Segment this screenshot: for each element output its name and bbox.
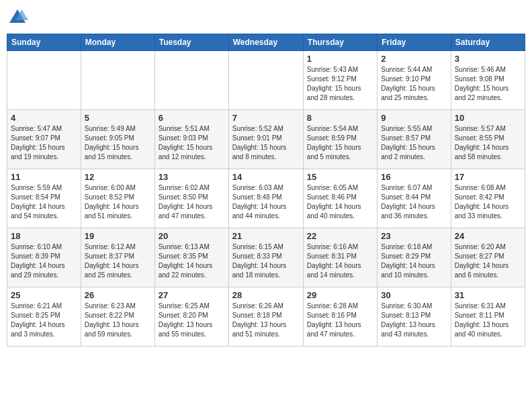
- calendar-cell: 22Sunrise: 6:16 AMSunset: 8:31 PMDayligh…: [303, 228, 377, 287]
- calendar-cell: 18Sunrise: 6:10 AMSunset: 8:39 PMDayligh…: [7, 228, 81, 287]
- day-number: 23: [381, 231, 447, 241]
- day-info: Sunrise: 6:00 AMSunset: 8:52 PMDaylight:…: [85, 183, 151, 221]
- page-header: [7, 7, 525, 28]
- calendar-cell: 28Sunrise: 6:26 AMSunset: 8:18 PMDayligh…: [228, 287, 303, 347]
- day-info: Sunrise: 6:08 AMSunset: 8:42 PMDaylight:…: [455, 183, 521, 221]
- day-info: Sunrise: 6:07 AMSunset: 8:44 PMDaylight:…: [381, 183, 447, 221]
- day-number: 22: [307, 231, 373, 241]
- calendar-cell: 9Sunrise: 5:55 AMSunset: 8:57 PMDaylight…: [378, 110, 451, 169]
- day-number: 26: [85, 290, 151, 300]
- calendar-cell: 25Sunrise: 6:21 AMSunset: 8:25 PMDayligh…: [7, 287, 81, 347]
- calendar-cell: 2Sunrise: 5:44 AMSunset: 9:10 PMDaylight…: [378, 51, 451, 110]
- calendar-table: SundayMondayTuesdayWednesdayThursdayFrid…: [7, 34, 525, 347]
- day-header-monday: Monday: [81, 34, 154, 51]
- calendar-cell: 8Sunrise: 5:54 AMSunset: 8:59 PMDaylight…: [303, 110, 377, 169]
- calendar-cell: 6Sunrise: 5:51 AMSunset: 9:03 PMDaylight…: [154, 110, 228, 169]
- day-number: 29: [307, 290, 373, 300]
- day-number: 9: [381, 113, 447, 123]
- day-info: Sunrise: 6:30 AMSunset: 8:13 PMDaylight:…: [381, 302, 447, 339]
- calendar-cell: 5Sunrise: 5:49 AMSunset: 9:05 PMDaylight…: [81, 110, 154, 169]
- calendar-cell: 21Sunrise: 6:15 AMSunset: 8:33 PMDayligh…: [228, 228, 303, 287]
- calendar-cell: [81, 51, 154, 110]
- day-number: 24: [455, 231, 521, 241]
- calendar-cell: 27Sunrise: 6:25 AMSunset: 8:20 PMDayligh…: [154, 287, 228, 347]
- day-info: Sunrise: 5:43 AMSunset: 9:12 PMDaylight:…: [307, 65, 373, 103]
- calendar-cell: [154, 51, 228, 110]
- day-number: 3: [455, 54, 521, 64]
- day-number: 5: [85, 113, 151, 123]
- day-info: Sunrise: 5:55 AMSunset: 8:57 PMDaylight:…: [381, 124, 447, 162]
- day-info: Sunrise: 5:59 AMSunset: 8:54 PMDaylight:…: [11, 183, 77, 221]
- day-info: Sunrise: 6:23 AMSunset: 8:22 PMDaylight:…: [85, 302, 151, 339]
- calendar-cell: 14Sunrise: 6:03 AMSunset: 8:48 PMDayligh…: [228, 169, 303, 228]
- day-info: Sunrise: 6:12 AMSunset: 8:37 PMDaylight:…: [85, 242, 151, 280]
- day-info: Sunrise: 6:31 AMSunset: 8:11 PMDaylight:…: [455, 302, 521, 339]
- calendar-cell: 12Sunrise: 6:00 AMSunset: 8:52 PMDayligh…: [81, 169, 154, 228]
- day-number: 1: [307, 54, 373, 64]
- calendar-week-row: 18Sunrise: 6:10 AMSunset: 8:39 PMDayligh…: [7, 228, 525, 287]
- day-info: Sunrise: 6:10 AMSunset: 8:39 PMDaylight:…: [11, 242, 77, 280]
- calendar-week-row: 11Sunrise: 5:59 AMSunset: 8:54 PMDayligh…: [7, 169, 525, 228]
- day-number: 31: [455, 290, 521, 300]
- day-header-thursday: Thursday: [303, 34, 377, 51]
- day-number: 11: [11, 172, 77, 182]
- day-number: 27: [159, 290, 225, 300]
- day-info: Sunrise: 6:26 AMSunset: 8:18 PMDaylight:…: [232, 302, 300, 339]
- day-number: 30: [381, 290, 447, 300]
- day-info: Sunrise: 5:51 AMSunset: 9:03 PMDaylight:…: [159, 124, 225, 162]
- day-number: 19: [85, 231, 151, 241]
- day-number: 2: [381, 54, 447, 64]
- calendar-cell: 17Sunrise: 6:08 AMSunset: 8:42 PMDayligh…: [451, 169, 525, 228]
- day-number: 15: [307, 172, 373, 182]
- calendar-cell: 24Sunrise: 6:20 AMSunset: 8:27 PMDayligh…: [451, 228, 525, 287]
- day-number: 6: [159, 113, 225, 123]
- day-info: Sunrise: 6:25 AMSunset: 8:20 PMDaylight:…: [159, 302, 225, 339]
- day-number: 4: [11, 113, 77, 123]
- day-info: Sunrise: 6:05 AMSunset: 8:46 PMDaylight:…: [307, 183, 373, 221]
- day-header-tuesday: Tuesday: [154, 34, 228, 51]
- day-number: 10: [455, 113, 521, 123]
- day-info: Sunrise: 6:03 AMSunset: 8:48 PMDaylight:…: [232, 183, 300, 221]
- day-number: 17: [455, 172, 521, 182]
- calendar-cell: 29Sunrise: 6:28 AMSunset: 8:16 PMDayligh…: [303, 287, 377, 347]
- calendar-cell: 20Sunrise: 6:13 AMSunset: 8:35 PMDayligh…: [154, 228, 228, 287]
- calendar-cell: 16Sunrise: 6:07 AMSunset: 8:44 PMDayligh…: [378, 169, 451, 228]
- day-header-friday: Friday: [378, 34, 451, 51]
- day-info: Sunrise: 6:20 AMSunset: 8:27 PMDaylight:…: [455, 242, 521, 280]
- calendar-cell: 26Sunrise: 6:23 AMSunset: 8:22 PMDayligh…: [81, 287, 154, 347]
- day-info: Sunrise: 5:57 AMSunset: 8:55 PMDaylight:…: [455, 124, 521, 162]
- day-info: Sunrise: 6:18 AMSunset: 8:29 PMDaylight:…: [381, 242, 447, 280]
- day-number: 12: [85, 172, 151, 182]
- day-info: Sunrise: 5:46 AMSunset: 9:08 PMDaylight:…: [455, 65, 521, 103]
- calendar-cell: 31Sunrise: 6:31 AMSunset: 8:11 PMDayligh…: [451, 287, 525, 347]
- day-number: 20: [159, 231, 225, 241]
- calendar-cell: [228, 51, 303, 110]
- day-number: 25: [11, 290, 77, 300]
- day-info: Sunrise: 5:44 AMSunset: 9:10 PMDaylight:…: [381, 65, 447, 103]
- calendar-cell: 11Sunrise: 5:59 AMSunset: 8:54 PMDayligh…: [7, 169, 81, 228]
- calendar-cell: 10Sunrise: 5:57 AMSunset: 8:55 PMDayligh…: [451, 110, 525, 169]
- calendar-cell: 23Sunrise: 6:18 AMSunset: 8:29 PMDayligh…: [378, 228, 451, 287]
- day-info: Sunrise: 6:21 AMSunset: 8:25 PMDaylight:…: [11, 302, 77, 339]
- calendar-cell: 7Sunrise: 5:52 AMSunset: 9:01 PMDaylight…: [228, 110, 303, 169]
- day-number: 7: [232, 113, 300, 123]
- day-number: 28: [232, 290, 300, 300]
- day-info: Sunrise: 5:54 AMSunset: 8:59 PMDaylight:…: [307, 124, 373, 162]
- calendar-cell: 4Sunrise: 5:47 AMSunset: 9:07 PMDaylight…: [7, 110, 81, 169]
- calendar-week-row: 25Sunrise: 6:21 AMSunset: 8:25 PMDayligh…: [7, 287, 525, 347]
- calendar-cell: 1Sunrise: 5:43 AMSunset: 9:12 PMDaylight…: [303, 51, 377, 110]
- day-header-wednesday: Wednesday: [228, 34, 303, 51]
- logo-icon: [7, 7, 28, 28]
- day-number: 8: [307, 113, 373, 123]
- day-number: 14: [232, 172, 300, 182]
- day-number: 13: [159, 172, 225, 182]
- day-info: Sunrise: 6:16 AMSunset: 8:31 PMDaylight:…: [307, 242, 373, 280]
- calendar-cell: 3Sunrise: 5:46 AMSunset: 9:08 PMDaylight…: [451, 51, 525, 110]
- calendar-cell: 13Sunrise: 6:02 AMSunset: 8:50 PMDayligh…: [154, 169, 228, 228]
- day-info: Sunrise: 6:15 AMSunset: 8:33 PMDaylight:…: [232, 242, 300, 280]
- day-info: Sunrise: 6:28 AMSunset: 8:16 PMDaylight:…: [307, 302, 373, 339]
- calendar-cell: 19Sunrise: 6:12 AMSunset: 8:37 PMDayligh…: [81, 228, 154, 287]
- day-number: 18: [11, 231, 77, 241]
- day-header-saturday: Saturday: [451, 34, 525, 51]
- calendar-cell: 15Sunrise: 6:05 AMSunset: 8:46 PMDayligh…: [303, 169, 377, 228]
